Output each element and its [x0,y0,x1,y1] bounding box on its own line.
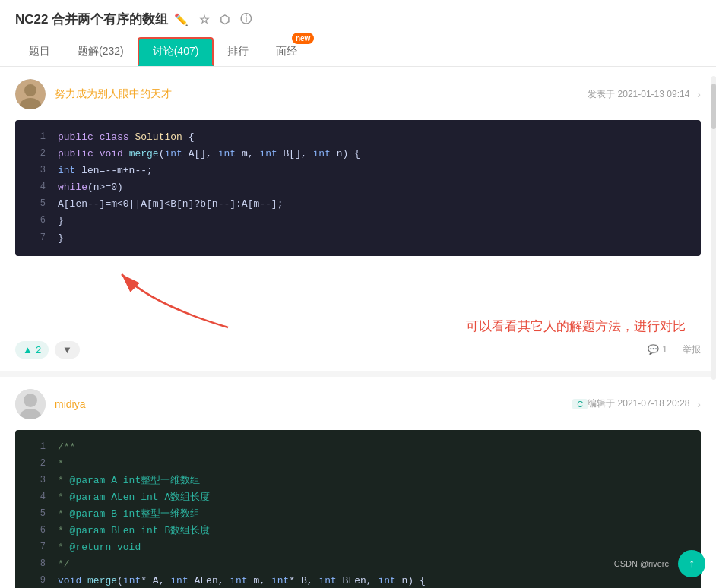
code2-line-8: 8 */ [27,556,689,573]
code-line-2: 2 public void merge(int A[], int m, int … [27,146,689,163]
code2-line-7: 7 * @return void [27,539,689,556]
edit-time-2: 编辑于 2021-07-18 20:28 [588,397,689,410]
code2-line-6: 6 * @param BLen int B数组长度 [27,523,689,539]
arrow-svg [106,267,334,335]
watermark: CSDN @riverc ↑ [614,550,705,577]
author-1: 努力成为别人眼中的天才 [55,87,588,101]
svg-point-5 [24,394,37,407]
code-line-3: 3 int len=--m+n--; [27,163,689,179]
code-block-1: 1 public class Solution { 2 public void … [15,120,701,256]
code2-line-9: 9 void merge(int* A, int ALen, int m, in… [27,573,689,588]
tab-solution[interactable]: 题解(232) [64,39,138,66]
new-badge: new [292,33,314,44]
post-2: midiya C 编辑于 2021-07-18 20:28 › 1 /** 2 … [0,377,716,588]
tab-discuss-label: 讨论(407) [153,45,199,57]
report-btn-1[interactable]: 举报 [683,343,701,356]
annotation-area: 可以看看其它人的解题方法，进行对比 [15,267,701,335]
edit-icon[interactable]: ✏️ [174,13,189,27]
code2-line-5: 5 * @param B int整型一维数组 [27,506,689,523]
tab-interview-label: 面经 [276,45,297,57]
scrollbar[interactable] [711,76,716,380]
watermark-text: CSDN @riverc [614,559,669,568]
title-text: NC22 合并两个有序的数组 [15,11,168,28]
up-icon: ↑ [689,557,695,571]
code-line-6: 6 } [27,213,689,229]
page-title: NC22 合并两个有序的数组 ✏️ ☆ ⬡ ⓘ [15,11,252,28]
comment-btn-1[interactable]: 💬 1 [648,344,667,355]
post-time-1: 发表于 2021-01-13 09:14 [588,88,689,101]
svg-point-1 [24,84,36,96]
post-1-header: 努力成为别人眼中的天才 发表于 2021-01-13 09:14 › [15,79,701,109]
avatar-1 [15,79,46,109]
code2-line-4: 4 * @param ALen int A数组长度 [27,489,689,506]
code-block-2: 1 /** 2 * 3 * @param A int整型一维数组 4 * @pa… [15,430,701,588]
comment-icon: 💬 [648,344,659,355]
avatar-2 [15,389,46,419]
up-arrow-icon: ▲ [23,344,33,356]
tab-interview[interactable]: 面经 new [262,39,311,66]
annotation-text: 可以看看其它人的解题方法，进行对比 [466,318,686,335]
post-2-header: midiya C 编辑于 2021-07-18 20:28 › [15,389,701,419]
post-1-actions: ▲ 2 ▼ 💬 1 举报 [15,341,701,359]
vote-up-btn-1[interactable]: ▲ 2 [15,341,49,359]
expand-icon-2[interactable]: › [697,398,701,410]
page-header: NC22 合并两个有序的数组 ✏️ ☆ ⬡ ⓘ 题目 题解(232) 讨论(40… [0,0,716,67]
code-line-1: 1 public class Solution { [27,129,689,146]
tab-bar: 题目 题解(232) 讨论(407) 排行 面经 new [15,37,701,66]
code2-line-2: 2 * [27,456,689,473]
vote-down-btn-1[interactable]: ▼ [55,341,80,359]
star-icon[interactable]: ☆ [199,13,209,27]
header-icons: ✏️ ☆ ⬡ ⓘ [174,12,252,27]
expand-icon-1[interactable]: › [697,88,701,100]
code-line-4: 4 while(n>=0) [27,179,689,196]
scroll-top-btn[interactable]: ↑ [678,550,705,577]
tab-problem[interactable]: 题目 [15,39,64,66]
scrollbar-thumb[interactable] [711,84,716,129]
code-line-5: 5 A[len--]=m<0||A[m]<B[n]?b[n--]:A[m--]; [27,196,689,213]
vote-count-1: 2 [36,344,41,356]
code2-line-1: 1 /** [27,439,689,456]
user-tag-2: C [572,399,588,409]
share-icon[interactable]: ⬡ [220,13,230,27]
comment-count-1: 1 [662,344,667,355]
code-line-7: 7 } [27,230,689,247]
tab-discuss[interactable]: 讨论(407) [138,37,214,66]
info-icon[interactable]: ⓘ [240,12,252,27]
author-2: midiya [55,398,563,410]
post-1: 努力成为别人眼中的天才 发表于 2021-01-13 09:14 › 1 pub… [0,67,716,377]
code2-line-3: 3 * @param A int整型一维数组 [27,473,689,489]
down-arrow-icon: ▼ [62,344,72,356]
tab-rank[interactable]: 排行 [214,39,262,66]
